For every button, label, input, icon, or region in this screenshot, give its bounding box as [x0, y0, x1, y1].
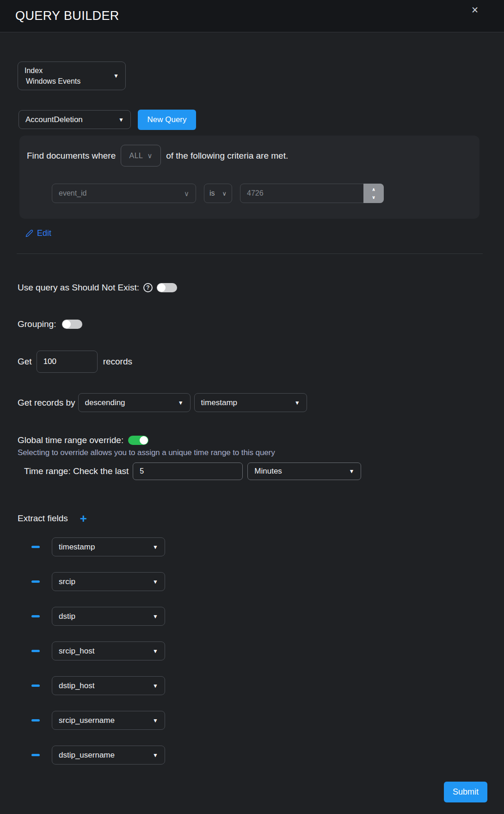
extract-fields-header: Extract fields +: [18, 512, 87, 525]
toggle-knob: [62, 320, 71, 328]
record-count-row: Get records: [18, 351, 132, 373]
record-count-input[interactable]: [43, 357, 91, 366]
caret-down-icon: ▼: [153, 683, 158, 689]
index-select[interactable]: Index Windows Events ▼: [18, 62, 126, 90]
caret-down-icon: ▼: [153, 614, 158, 619]
remove-field-button[interactable]: [31, 719, 40, 722]
caret-down-icon: ▼: [153, 544, 158, 550]
spinner-down-icon[interactable]: ∨: [372, 195, 375, 200]
criteria-suffix-text: of the following criteria are met.: [166, 151, 288, 161]
extract-field-value: dstip_username: [59, 751, 115, 760]
new-query-button[interactable]: New Query: [138, 110, 196, 130]
criteria-panel: Find documents where ALL ∨ of the follow…: [19, 136, 479, 219]
criteria-value-field: ∧ ∨: [240, 184, 384, 203]
extract-field-value: dstip_host: [59, 681, 95, 691]
time-range-unit-select[interactable]: Minutes ▼: [247, 462, 361, 480]
extract-field-row: dstip ▼: [0, 607, 165, 626]
remove-field-button[interactable]: [31, 684, 40, 687]
should-not-exist-toggle[interactable]: [157, 283, 177, 292]
caret-down-icon: ▼: [349, 469, 354, 474]
global-time-help-text: Selecting to override allows you to assi…: [18, 448, 275, 457]
extract-field-value: srcip_host: [59, 647, 94, 656]
extract-field-select[interactable]: timestamp ▼: [52, 537, 165, 556]
extract-field-row: srcip_host ▼: [0, 641, 165, 660]
criteria-field-select[interactable]: event_id ∨: [52, 184, 196, 203]
extract-field-value: dstip: [59, 612, 75, 621]
caret-down-icon: ▼: [153, 718, 158, 723]
criteria-operator-select[interactable]: is ∨: [204, 184, 232, 203]
criteria-value-input[interactable]: [247, 189, 363, 197]
sort-order-value: descending: [85, 398, 125, 407]
should-not-exist-label: Use query as Should Not Exist:: [18, 283, 139, 293]
chevron-down-icon: ∨: [184, 190, 189, 197]
extract-field-select[interactable]: srcip_host ▼: [52, 641, 165, 660]
get-label: Get: [18, 357, 32, 367]
caret-down-icon: ▼: [113, 73, 119, 79]
extract-field-row: srcip ▼: [0, 572, 165, 591]
extract-fields-title: Extract fields: [18, 513, 68, 524]
time-range-unit-value: Minutes: [254, 467, 282, 476]
sort-field-value: timestamp: [201, 398, 237, 407]
edit-link-label: Edit: [37, 228, 51, 238]
caret-down-icon: ▼: [153, 579, 158, 585]
extract-field-select[interactable]: srcip ▼: [52, 572, 165, 591]
number-spinner[interactable]: ∧ ∨: [363, 184, 384, 203]
global-time-toggle[interactable]: [128, 436, 148, 445]
criteria-sentence: Find documents where ALL ∨ of the follow…: [27, 145, 288, 166]
close-icon[interactable]: ×: [467, 2, 483, 18]
global-time-row: Global time range override:: [18, 434, 148, 446]
extract-field-select[interactable]: dstip_username ▼: [52, 746, 165, 765]
caret-down-icon: ▼: [153, 648, 158, 654]
extract-field-select[interactable]: dstip_host ▼: [52, 676, 165, 695]
extract-field-row: dstip_username ▼: [0, 746, 165, 765]
saved-query-select[interactable]: AccountDeletion ▼: [18, 110, 131, 129]
query-builder-dialog: QUERY BUILDER × Index Windows Events ▼ A…: [0, 0, 504, 814]
extract-field-select[interactable]: dstip ▼: [52, 607, 165, 626]
spinner-up-icon[interactable]: ∧: [372, 187, 375, 192]
remove-field-button[interactable]: [31, 650, 40, 652]
caret-down-icon: ▼: [178, 400, 184, 406]
grouping-row: Grouping:: [18, 315, 82, 333]
dialog-header: QUERY BUILDER: [0, 0, 504, 32]
time-range-value-field: [133, 462, 243, 480]
divider: [17, 253, 483, 254]
index-select-value: Windows Events: [26, 76, 80, 86]
help-icon[interactable]: ?: [143, 283, 153, 292]
remove-field-button[interactable]: [31, 580, 40, 583]
sort-order-select[interactable]: descending ▼: [78, 393, 191, 412]
record-count-field: [37, 351, 98, 373]
caret-down-icon: ▼: [295, 400, 300, 406]
extract-field-value: srcip_username: [59, 716, 115, 725]
toggle-knob: [140, 436, 148, 444]
criteria-row: event_id ∨ is ∨ ∧ ∨: [52, 184, 384, 203]
time-range-value-input[interactable]: [140, 467, 236, 475]
extract-field-value: srcip: [59, 577, 75, 586]
remove-field-button[interactable]: [31, 754, 40, 756]
saved-query-value: AccountDeletion: [25, 115, 83, 124]
dialog-title: QUERY BUILDER: [15, 9, 119, 23]
caret-down-icon: ▼: [153, 752, 158, 758]
extract-field-row: srcip_username ▼: [0, 711, 165, 730]
should-not-exist-row: Use query as Should Not Exist: ?: [18, 279, 177, 296]
submit-button[interactable]: Submit: [444, 782, 487, 802]
chevron-down-icon: ∨: [222, 191, 227, 197]
add-field-button[interactable]: +: [80, 512, 87, 524]
match-mode-value: ALL: [129, 152, 143, 160]
grouping-toggle[interactable]: [62, 320, 82, 329]
remove-field-button[interactable]: [31, 546, 40, 548]
index-select-label: Index: [25, 65, 80, 76]
grouping-label: Grouping:: [18, 319, 56, 329]
extract-field-value: timestamp: [59, 543, 95, 552]
extract-field-select[interactable]: srcip_username ▼: [52, 711, 165, 730]
global-time-label: Global time range override:: [18, 435, 123, 445]
toggle-knob: [157, 284, 166, 292]
sort-row: Get records by descending ▼ timestamp ▼: [18, 393, 307, 412]
caret-down-icon: ▼: [118, 117, 124, 123]
pencil-icon: [25, 229, 33, 237]
remove-field-button[interactable]: [31, 615, 40, 617]
extract-field-row: dstip_host ▼: [0, 676, 165, 695]
edit-query-link[interactable]: Edit: [25, 228, 51, 238]
match-mode-select[interactable]: ALL ∨: [121, 145, 161, 166]
chevron-down-icon: ∨: [147, 152, 152, 159]
sort-field-select[interactable]: timestamp ▼: [194, 393, 307, 412]
